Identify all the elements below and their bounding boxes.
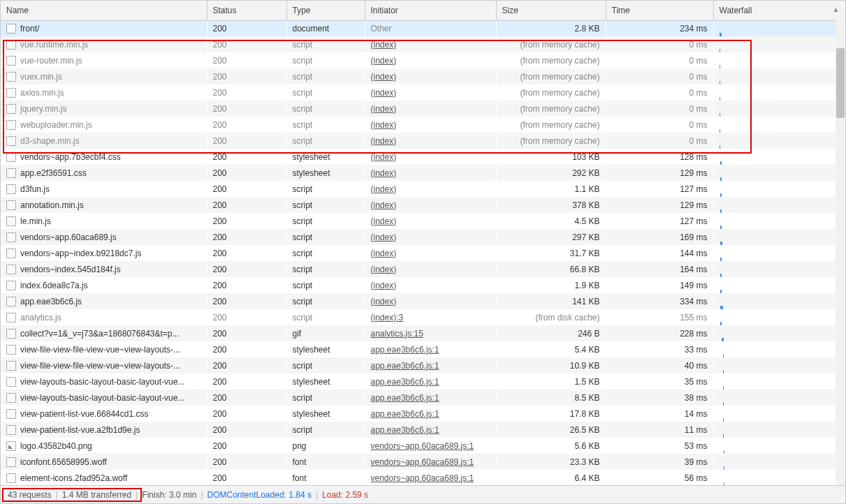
cell-type: png: [286, 438, 365, 454]
table-row[interactable]: vendors~app.60aca689.js200script(index)2…: [1, 229, 845, 245]
initiator-link[interactable]: app.eae3b6c6.js:1: [371, 377, 439, 387]
table-row[interactable]: view-file-view-file-view-vue~view-layout…: [1, 357, 845, 373]
table-row[interactable]: vendors~app.7b3ecbf4.css200stylesheet(in…: [1, 149, 845, 165]
initiator-link[interactable]: (index): [371, 120, 397, 130]
col-header-size[interactable]: Size: [496, 1, 606, 20]
table-row[interactable]: app.eae3b6c6.js200script(index)141 KB334…: [1, 293, 845, 309]
initiator-link[interactable]: (index): [371, 249, 397, 258]
table-row[interactable]: app.e2f36591.css200stylesheet(index)292 …: [1, 165, 845, 181]
table-row[interactable]: axios.min.js200script(index)(from memory…: [1, 84, 845, 101]
table-row[interactable]: front/200documentOther2.8 KB234 ms: [1, 20, 845, 36]
file-icon: [6, 377, 16, 387]
table-row[interactable]: annotation.min.js200script(index)378 KB1…: [1, 197, 845, 213]
request-name: vendors~app~index.b9218dc7.js: [20, 249, 141, 258]
cell-type: script: [286, 101, 365, 117]
cell-size: 5.6 KB: [496, 438, 606, 454]
table-row[interactable]: vue-router.min.js200script(index)(from m…: [1, 52, 845, 68]
status-bar: 43 requests | 1.4 MB transferred | Finis…: [1, 485, 845, 503]
table-row[interactable]: vendors~index.545d184f.js200script(index…: [1, 261, 845, 277]
initiator-link[interactable]: (index): [371, 232, 397, 242]
initiator-link[interactable]: vendors~app.60aca689.js:1: [371, 473, 474, 483]
request-name: app.e2f36591.css: [20, 168, 87, 178]
table-row[interactable]: logo.43582b40.png200pngvendors~app.60aca…: [1, 438, 845, 454]
table-row[interactable]: analytics.js200script(index):3(from disk…: [1, 309, 845, 325]
table-row[interactable]: vuex.min.js200script(index)(from memory …: [1, 68, 845, 84]
table-row[interactable]: index.6dea8c7a.js200script(index)1.9 KB1…: [1, 277, 845, 293]
table-row[interactable]: view-file-view-file-view-vue~view-layout…: [1, 341, 845, 357]
initiator-link[interactable]: (index): [371, 265, 397, 274]
cell-status: 200: [207, 133, 286, 149]
initiator-link[interactable]: analytics.js:15: [371, 329, 423, 339]
cell-time: 128 ms: [606, 149, 713, 165]
cell-status: 200: [207, 373, 286, 390]
initiator-link[interactable]: (index): [371, 184, 397, 194]
cell-time: 53 ms: [606, 438, 713, 454]
cell-waterfall: [713, 213, 845, 229]
col-header-status[interactable]: Status: [207, 1, 286, 20]
cell-status: 200: [207, 357, 286, 373]
cell-status: 200: [207, 117, 286, 133]
initiator-link[interactable]: (index): [371, 200, 397, 210]
cell-size: 66.8 KB: [496, 261, 606, 277]
table-row[interactable]: jquery.min.js200script(index)(from memor…: [1, 101, 845, 117]
cell-initiator: (index):3: [365, 309, 496, 325]
initiator-link[interactable]: (index): [371, 56, 397, 66]
cell-waterfall: [713, 133, 845, 149]
cell-initiator: app.eae3b6c6.js:1: [365, 373, 496, 390]
cell-type: stylesheet: [286, 149, 365, 165]
initiator-link[interactable]: (index): [371, 40, 397, 50]
col-header-time[interactable]: Time: [606, 1, 713, 20]
initiator-text: Other: [371, 24, 392, 34]
initiator-link[interactable]: (index): [371, 88, 397, 98]
separator: |: [136, 490, 138, 500]
initiator-link[interactable]: (index): [371, 104, 397, 114]
vertical-scrollbar[interactable]: [836, 20, 845, 485]
request-name: view-patient-list-vue.a2fb1d9e.js: [20, 425, 140, 435]
initiator-link[interactable]: (index): [371, 72, 397, 82]
initiator-link[interactable]: (index): [371, 168, 397, 178]
table-row[interactable]: vue.runtime.min.js200script(index)(from …: [1, 36, 845, 52]
table-row[interactable]: view-layouts-basic-layout-basic-layout-v…: [1, 373, 845, 390]
col-header-type[interactable]: Type: [286, 1, 365, 20]
cell-size: 1.1 KB: [496, 181, 606, 197]
cell-size: 17.8 KB: [496, 406, 606, 422]
table-row[interactable]: collect?v=1&_v=j73&a=1868076843&t=p...20…: [1, 325, 845, 341]
initiator-link[interactable]: (index):3: [371, 313, 404, 323]
initiator-link[interactable]: (index): [371, 136, 397, 146]
initiator-link[interactable]: app.eae3b6c6.js:1: [371, 409, 439, 419]
request-name: view-file-view-file-view-vue~view-layout…: [20, 345, 180, 355]
waterfall-bar: [723, 370, 724, 374]
table-row[interactable]: d3fun.js200script(index)1.1 KB127 ms: [1, 181, 845, 197]
table-row[interactable]: element-icons.2fad952a.woff200fontvendor…: [1, 470, 845, 485]
initiator-link[interactable]: (index): [371, 216, 397, 226]
cell-time: 169 ms: [606, 229, 713, 245]
initiator-link[interactable]: (index): [371, 152, 397, 162]
initiator-link[interactable]: app.eae3b6c6.js:1: [371, 393, 439, 403]
table-row[interactable]: le.min.js200script(index)4.5 KB127 ms: [1, 213, 845, 229]
table-row[interactable]: d3-shape.min.js200script(index)(from mem…: [1, 133, 845, 149]
waterfall-bar: [720, 290, 722, 294]
table-row[interactable]: view-patient-list-vue.66844cd1.css200sty…: [1, 406, 845, 422]
table-row[interactable]: view-layouts-basic-layout-basic-layout-v…: [1, 390, 845, 406]
initiator-link[interactable]: app.eae3b6c6.js:1: [371, 345, 439, 355]
cell-time: 144 ms: [606, 245, 713, 261]
table-row[interactable]: vendors~app~index.b9218dc7.js200script(i…: [1, 245, 845, 261]
initiator-link[interactable]: vendors~app.60aca689.js:1: [371, 441, 474, 451]
table-row[interactable]: webuploader.min.js200script(index)(from …: [1, 117, 845, 133]
file-icon: [6, 361, 16, 371]
initiator-link[interactable]: vendors~app.60aca689.js:1: [371, 457, 474, 467]
waterfall-bar: [720, 145, 720, 149]
cell-time: 164 ms: [606, 261, 713, 277]
initiator-link[interactable]: app.eae3b6c6.js:1: [371, 425, 439, 435]
initiator-link[interactable]: app.eae3b6c6.js:1: [371, 361, 439, 371]
col-header-initiator[interactable]: Initiator: [365, 1, 496, 20]
col-header-waterfall[interactable]: Waterfall ▲: [713, 1, 845, 20]
table-row[interactable]: iconfont.65658995.woff200fontvendors~app…: [1, 454, 845, 470]
table-row[interactable]: view-patient-list-vue.a2fb1d9e.js200scri…: [1, 422, 845, 438]
cell-size: 4.5 KB: [496, 213, 606, 229]
scrollbar-thumb[interactable]: [836, 48, 845, 118]
initiator-link[interactable]: (index): [371, 297, 397, 306]
separator: |: [200, 490, 203, 500]
col-header-name[interactable]: Name: [1, 1, 207, 20]
initiator-link[interactable]: (index): [371, 281, 397, 290]
